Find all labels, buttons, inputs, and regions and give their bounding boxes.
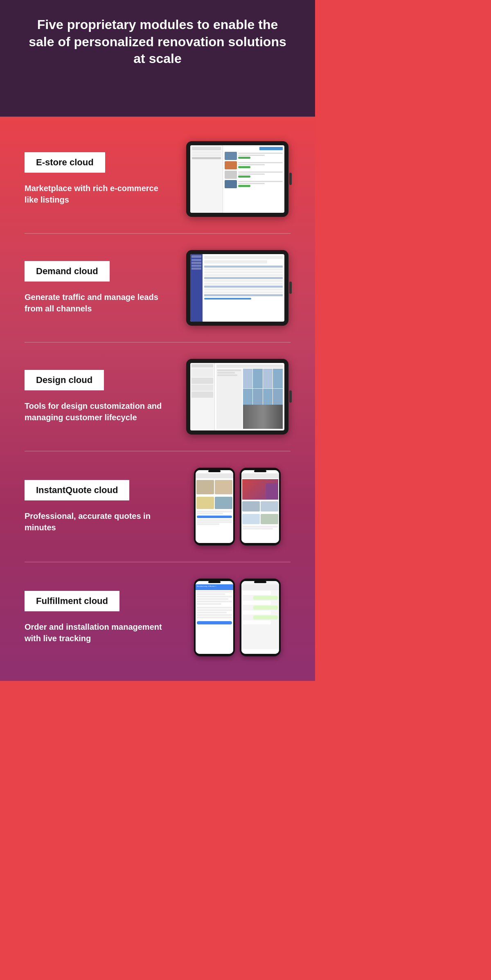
module-image-estore — [184, 141, 291, 217]
main-content: E-store cloud Marketplace with rich e-co… — [0, 117, 315, 681]
estore-screen-content — [190, 145, 284, 213]
module-description-demand: Generate traffic and manage leads from a… — [25, 291, 172, 314]
module-row: InstantQuote cloud Professional, accurat… — [25, 468, 291, 545]
iq-screen-content-1 — [196, 470, 233, 543]
module-text: Design cloud Tools for design customizat… — [25, 370, 172, 423]
tablet-mockup-demand — [186, 250, 288, 326]
phone-mockup-fulfill-1: Manufacturing of Module 1 — [194, 579, 235, 656]
module-badge-fulfillment: Fulfillment cloud — [25, 591, 119, 611]
module-badge-label: Design cloud — [36, 375, 92, 385]
phone-mockup-iq-1 — [194, 468, 235, 545]
module-badge-iq: InstantQuote cloud — [25, 480, 129, 500]
module-badge-design: Design cloud — [25, 370, 104, 390]
phone-notch — [254, 581, 266, 583]
tablet-button — [289, 282, 292, 294]
module-description-design: Tools for design customization and manag… — [25, 400, 172, 423]
tablet-button — [289, 390, 292, 403]
tablet-screen — [190, 363, 284, 430]
chat-bubble-received — [243, 620, 271, 624]
module-row: Fulfillment cloud Order and installation… — [25, 579, 291, 656]
module-image-demand — [184, 250, 291, 326]
fulfill-header: Manufacturing of Module 1 — [196, 584, 233, 590]
phone-notch — [254, 470, 266, 472]
tablet-screen — [190, 145, 284, 213]
chat-bubble-sent — [253, 596, 278, 600]
iq-screen-content-2 — [241, 470, 279, 543]
module-image-iq — [184, 468, 291, 545]
estore-main — [223, 145, 284, 213]
design-sidebar — [190, 363, 215, 430]
demand-sidebar — [190, 254, 203, 322]
module-badge-label: E-store cloud — [36, 157, 94, 167]
module-description-fulfillment: Order and installation management with l… — [25, 621, 172, 644]
module-row: Design cloud Tools for design customizat… — [25, 359, 291, 435]
module-image-fulfillment: Manufacturing of Module 1 — [184, 579, 291, 656]
module-badge-label: InstantQuote cloud — [36, 485, 118, 495]
demand-screen-content — [190, 254, 284, 322]
phone-mockup-fulfill-2 — [240, 579, 281, 656]
chat-bubble-sent — [253, 606, 278, 610]
tablet-screen — [190, 254, 284, 322]
phones-pair-fulfillment: Manufacturing of Module 1 — [194, 579, 281, 656]
chat-bubble-received — [243, 591, 271, 595]
fulfill-content — [196, 590, 233, 620]
module-row: E-store cloud Marketplace with rich e-co… — [25, 141, 291, 217]
phone-mockup-iq-2 — [240, 468, 281, 545]
tablet-mockup-estore — [186, 141, 288, 217]
page-title: Five proprietary modules to enable the s… — [25, 16, 291, 84]
tablet-button — [289, 173, 292, 185]
module-text: Fulfillment cloud Order and installation… — [25, 591, 172, 644]
chat-bubble-sent — [253, 615, 278, 620]
tablet-mockup-design — [186, 359, 288, 435]
phone-notch — [208, 470, 221, 472]
module-fulfillment: Fulfillment cloud Order and installation… — [0, 562, 315, 673]
phone-screen: Manufacturing of Module 1 — [196, 581, 233, 654]
demand-main — [203, 254, 284, 322]
design-main — [215, 363, 284, 430]
chat-messages — [241, 590, 279, 648]
chat-input[interactable] — [242, 649, 278, 653]
module-description-estore: Marketplace with rich e-commerce like li… — [25, 182, 172, 205]
module-demand: Demand cloud Generate traffic and manage… — [0, 234, 315, 342]
module-image-design — [184, 359, 291, 435]
module-row: Demand cloud Generate traffic and manage… — [25, 250, 291, 326]
module-badge-estore: E-store cloud — [25, 152, 105, 173]
module-badge-label: Demand cloud — [36, 266, 98, 276]
design-kitchen — [243, 405, 283, 429]
header-triangle — [25, 84, 291, 117]
module-text: InstantQuote cloud Professional, accurat… — [25, 480, 172, 533]
module-instantquote: InstantQuote cloud Professional, accurat… — [0, 451, 315, 562]
chat-bubble-received — [243, 601, 271, 605]
module-text: Demand cloud Generate traffic and manage… — [25, 261, 172, 314]
estore-sidebar — [190, 145, 223, 213]
module-description-iq: Professional, accurate quotes in minutes — [25, 510, 172, 533]
design-canvas — [216, 369, 283, 429]
chat-screen-content — [241, 581, 279, 654]
phone-screen — [241, 470, 279, 543]
phone-screen — [196, 470, 233, 543]
module-text: E-store cloud Marketplace with rich e-co… — [25, 152, 172, 205]
fulfill-screen-content-1: Manufacturing of Module 1 — [196, 581, 233, 654]
phone-notch — [208, 581, 221, 583]
phone-screen — [241, 581, 279, 654]
chat-bubble-received — [243, 611, 271, 615]
module-badge-demand: Demand cloud — [25, 261, 110, 282]
fulfill-action-button[interactable] — [197, 621, 232, 624]
page-header: Five proprietary modules to enable the s… — [0, 0, 315, 117]
design-screen-content — [190, 363, 284, 430]
module-estore: E-store cloud Marketplace with rich e-co… — [0, 125, 315, 233]
module-badge-label: Fulfillment cloud — [36, 596, 108, 606]
phones-pair-iq — [194, 468, 281, 545]
module-design: Design cloud Tools for design customizat… — [0, 342, 315, 451]
chat-header — [241, 584, 279, 590]
